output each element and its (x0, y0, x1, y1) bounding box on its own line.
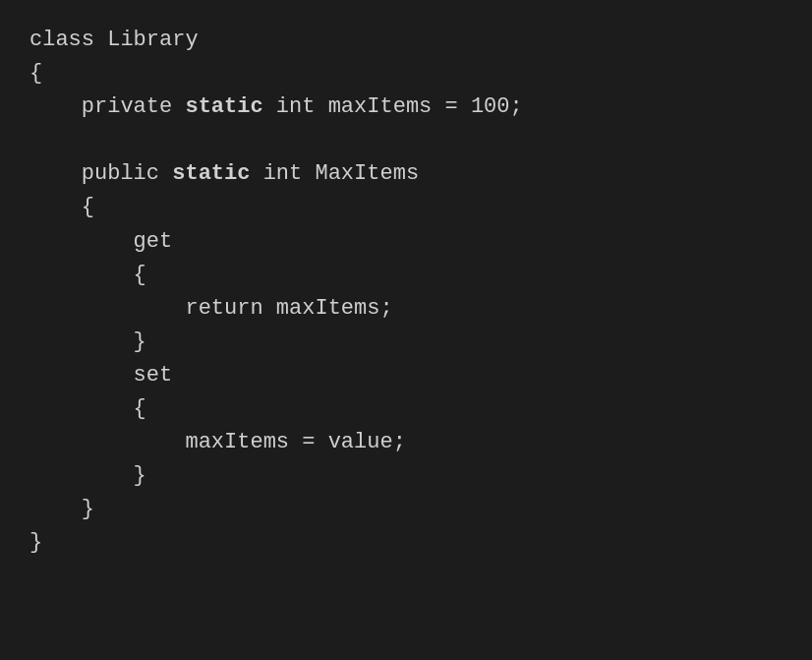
line-5: public static int MaxItems (29, 161, 419, 186)
line-14: } (29, 463, 146, 488)
line-15: } (29, 497, 94, 521)
code-viewer: class Library { private static int maxIt… (0, 0, 812, 660)
line-16: } (29, 530, 42, 555)
line-2: { (29, 61, 42, 86)
code-block: class Library { private static int maxIt… (29, 24, 783, 561)
line-13: maxItems = value; (29, 430, 406, 454)
line-11: set (29, 363, 172, 388)
line-6: { (29, 195, 94, 219)
line-4 (29, 128, 42, 152)
line-8: { (29, 263, 146, 287)
line-9: return maxItems; (29, 296, 393, 321)
line-10: } (29, 330, 146, 354)
line-7: get (29, 229, 172, 254)
line-3: private static int maxItems = 100; (29, 94, 523, 119)
line-1: class Library (29, 28, 199, 52)
line-12: { (29, 396, 146, 421)
